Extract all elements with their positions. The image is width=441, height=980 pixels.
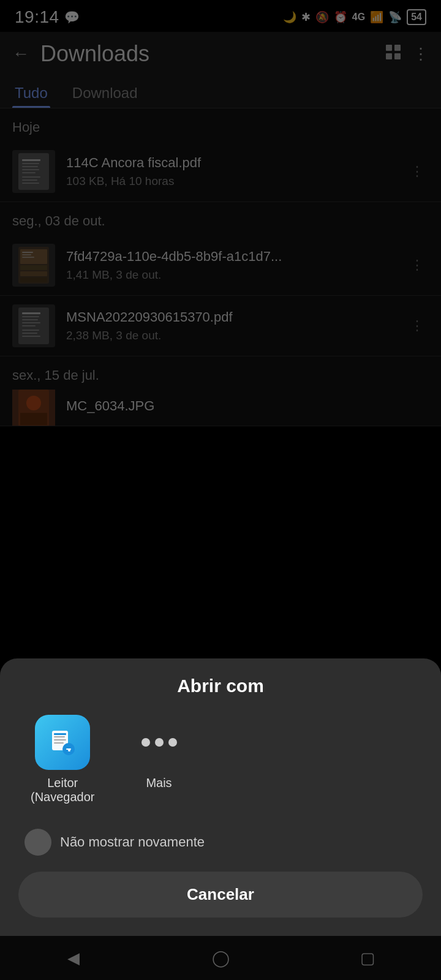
- bottom-sheet: Abrir com Leitor(Navegador: [0, 658, 441, 936]
- no-show-label: Não mostrar novamente: [60, 834, 205, 850]
- no-show-row: Não mostrar novamente: [18, 823, 423, 868]
- sheet-title: Abrir com: [18, 676, 423, 696]
- more-dots: [132, 715, 187, 770]
- svg-rect-35: [54, 736, 65, 737]
- cancel-button[interactable]: Cancelar: [18, 872, 423, 918]
- app-icon-leitor: [35, 715, 90, 770]
- svg-rect-36: [54, 739, 66, 741]
- no-show-toggle[interactable]: [24, 829, 51, 856]
- svg-point-40: [68, 749, 70, 752]
- more-apps-button[interactable]: Mais: [132, 715, 187, 790]
- app-label-leitor: Leitor(Navegador: [31, 776, 95, 804]
- svg-rect-34: [54, 733, 66, 735]
- dot2: [155, 738, 164, 747]
- sheet-apps: Leitor(Navegador Mais: [18, 715, 423, 804]
- dot3: [168, 738, 177, 747]
- dot1: [141, 738, 150, 747]
- app-leitor[interactable]: Leitor(Navegador: [31, 715, 95, 804]
- more-label: Mais: [146, 776, 172, 790]
- svg-rect-37: [54, 742, 64, 744]
